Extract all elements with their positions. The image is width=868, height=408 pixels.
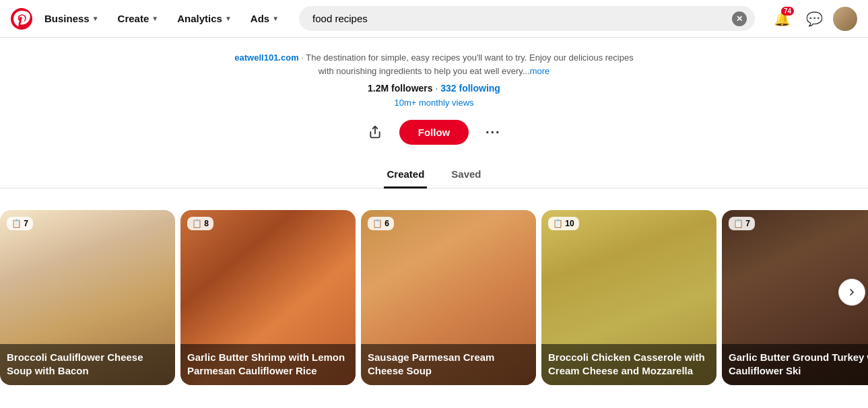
pin-image-1: 📋 8Garlic Butter Shrimp with Lemon Parme… — [180, 210, 356, 385]
navbar: Business ▼ Create ▼ Analytics ▼ Ads ▼ ✕ … — [0, 0, 868, 38]
search-clear-button[interactable]: ✕ — [732, 11, 747, 26]
share-button[interactable] — [362, 118, 389, 145]
ads-chevron-icon: ▼ — [272, 15, 279, 22]
pin-title-0: Broccoli Cauliflower Cheese Soup with Ba… — [0, 344, 175, 385]
pin-card-2[interactable]: 📋 6Sausage Parmesan Cream Cheese Soup — [361, 210, 536, 385]
profile-actions: Follow ··· — [362, 118, 507, 145]
pin-grid-wrapper: 📋 7Broccoli Cauliflower Cheese Soup with… — [0, 189, 868, 396]
nav-analytics[interactable]: Analytics ▼ — [170, 7, 238, 30]
pin-image-2: 📋 6Sausage Parmesan Cream Cheese Soup — [361, 210, 536, 385]
pin-count-badge-0: 📋 7 — [7, 217, 33, 230]
tab-saved[interactable]: Saved — [448, 162, 483, 189]
pin-title-4: Garlic Butter Ground Turkey w Cauliflowe… — [722, 344, 868, 385]
pin-card-3[interactable]: 📋 10Broccoli Chicken Casserole with Crea… — [541, 210, 716, 385]
pin-card-1[interactable]: 📋 8Garlic Butter Shrimp with Lemon Parme… — [180, 210, 356, 385]
pin-title-2: Sausage Parmesan Cream Cheese Soup — [361, 344, 536, 385]
profile-description: eatwell101.com · The destination for sim… — [232, 51, 636, 77]
business-chevron-icon: ▼ — [92, 15, 99, 22]
pin-title-1: Garlic Butter Shrimp with Lemon Parmesan… — [180, 344, 356, 385]
more-link[interactable]: more — [530, 66, 550, 76]
tabs: Created Saved — [0, 162, 868, 189]
nav-ads[interactable]: Ads ▼ — [244, 7, 286, 30]
nav-business[interactable]: Business ▼ — [38, 7, 106, 30]
search-bar: ✕ — [299, 6, 755, 31]
messages-button[interactable]: 💬 — [801, 5, 828, 32]
pin-count-badge-4: 📋 7 — [729, 217, 755, 230]
scroll-right-button[interactable] — [838, 279, 865, 306]
notification-badge: 74 — [781, 7, 794, 15]
nav-right: 🔔 74 💬 — [768, 5, 857, 32]
more-options-button[interactable]: ··· — [479, 118, 506, 145]
pin-image-0: 📋 7Broccoli Cauliflower Cheese Soup with… — [0, 210, 175, 385]
pin-card-0[interactable]: 📋 7Broccoli Cauliflower Cheese Soup with… — [0, 210, 175, 385]
profile-views: 10m+ monthly views — [394, 98, 473, 108]
nav-create[interactable]: Create ▼ — [111, 7, 166, 30]
pin-count-badge-1: 📋 8 — [187, 217, 213, 230]
notifications-button[interactable]: 🔔 74 — [768, 5, 795, 32]
avatar[interactable] — [833, 7, 857, 31]
profile-stats: 1.2M followers · 332 following — [368, 83, 500, 94]
search-input[interactable] — [299, 6, 755, 31]
create-chevron-icon: ▼ — [152, 15, 158, 22]
pinterest-logo[interactable] — [11, 8, 32, 30]
pin-count-badge-2: 📋 6 — [368, 217, 394, 230]
profile-site-link[interactable]: eatwell101.com — [234, 53, 298, 63]
analytics-chevron-icon: ▼ — [225, 15, 232, 22]
tab-created[interactable]: Created — [384, 162, 427, 189]
pin-title-3: Broccoli Chicken Casserole with Cream Ch… — [541, 344, 716, 385]
pin-grid: 📋 7Broccoli Cauliflower Cheese Soup with… — [0, 199, 868, 385]
pin-count-badge-3: 📋 10 — [548, 217, 579, 230]
pin-image-3: 📋 10Broccoli Chicken Casserole with Crea… — [541, 210, 716, 385]
profile-section: eatwell101.com · The destination for sim… — [0, 38, 868, 189]
follow-button[interactable]: Follow — [399, 120, 469, 145]
